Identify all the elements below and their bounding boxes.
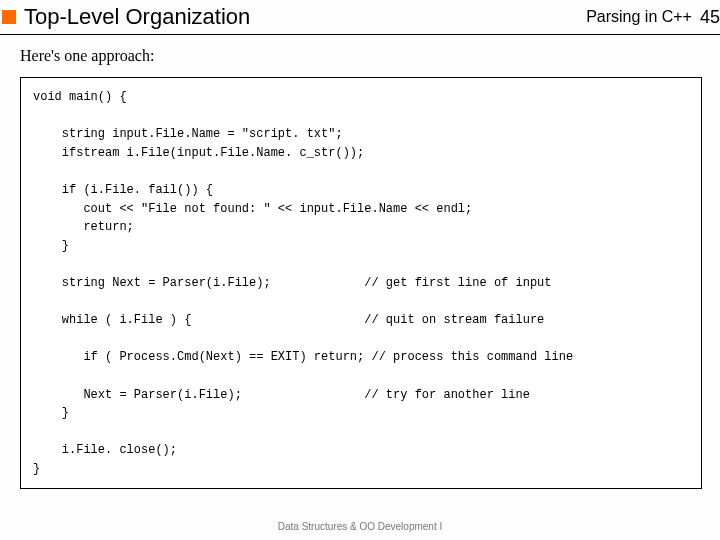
slide-header: Top-Level Organization Parsing in C++ 45	[0, 0, 720, 35]
slide-title: Top-Level Organization	[24, 4, 586, 30]
slide-footer: Data Structures & OO Development I	[0, 521, 720, 532]
slide-subtitle: Parsing in C++	[586, 8, 692, 26]
code-block: void main() { string input.File.Name = "…	[20, 77, 702, 489]
slide-content: Here's one approach: void main() { strin…	[0, 35, 720, 489]
intro-text: Here's one approach:	[20, 47, 702, 65]
bullet-icon	[2, 10, 16, 24]
page-number: 45	[700, 7, 720, 28]
